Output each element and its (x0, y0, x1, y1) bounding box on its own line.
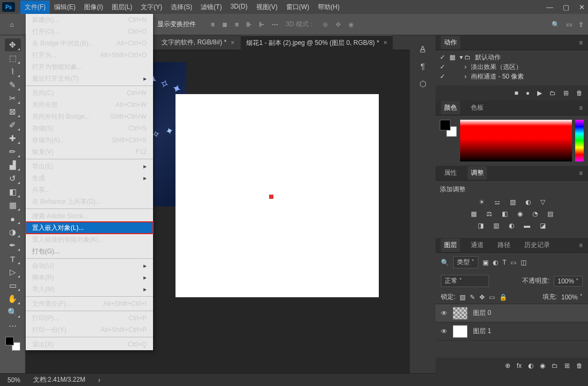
orbit-icon[interactable]: ⊕ (323, 21, 328, 28)
stop-icon[interactable]: ■ (515, 89, 518, 97)
distribute-icon[interactable]: ⊪ (246, 21, 251, 28)
menu-item[interactable]: 打开(O)...Ctrl+O (26, 26, 153, 37)
action-item[interactable]: ✓›淡出效果（选区） (440, 62, 584, 72)
move-tool[interactable]: ✥ (5, 38, 21, 51)
gradient-tool[interactable]: ▦ (5, 199, 21, 212)
filter-kind[interactable]: 类型 ˅ (453, 256, 478, 268)
record-icon[interactable]: ● (526, 89, 530, 97)
close-icon[interactable]: × (384, 39, 387, 47)
light-icon[interactable]: ◉ (348, 21, 354, 28)
crop-tool[interactable]: ✂ (5, 92, 21, 105)
threshold-icon[interactable]: ◐ (509, 222, 514, 229)
tab-history[interactable]: 历史记录 (521, 238, 553, 252)
filter-smart-icon[interactable]: ◫ (521, 259, 526, 266)
menu-item[interactable]: 最近打开文件(T)▸ (26, 73, 153, 84)
menu-视图(V)[interactable]: 视图(V) (252, 1, 282, 14)
more-icon[interactable]: ⋯ (272, 21, 278, 28)
menu-item[interactable]: 打印(P)...Ctrl+P (26, 312, 153, 324)
blur-tool[interactable]: ● (5, 212, 21, 225)
chevron-right-icon[interactable]: › (98, 376, 100, 384)
zoom-level[interactable]: 50% (7, 376, 20, 384)
filter-type-icon[interactable]: T (502, 259, 506, 266)
menu-item[interactable]: 导出(E)▸ (26, 160, 153, 172)
lock-pos-icon[interactable]: ✥ (479, 294, 485, 301)
menu-item[interactable]: 共享... (26, 184, 153, 196)
levels-icon[interactable]: ⚍ (494, 198, 500, 206)
fg-bg-swatch[interactable] (440, 120, 457, 137)
action-item[interactable]: ✓›画框通道 - 50 像素 (440, 72, 584, 81)
layer-row[interactable]: 👁 图层 1 (436, 322, 588, 341)
filter-pixel-icon[interactable]: ▣ (483, 259, 488, 266)
link-icon[interactable]: ⊕ (505, 362, 510, 369)
menu-item[interactable]: 自动(U)▸ (26, 260, 153, 272)
canvas[interactable] (136, 62, 382, 319)
tab-properties[interactable]: 属性 (441, 166, 460, 180)
fill-value[interactable]: 100% ˅ (561, 294, 583, 301)
dodge-tool[interactable]: ◑ (5, 226, 21, 238)
menu-item[interactable]: 打开为...Alt+Shift+Ctrl+O (26, 49, 153, 61)
menu-文字(Y)[interactable]: 文字(Y) (136, 1, 166, 14)
menu-帮助(H)[interactable]: 帮助(H) (314, 1, 344, 14)
menu-item[interactable]: 文件简介(F)...Alt+Shift+Ctrl+I (26, 298, 153, 310)
edit-toolbar[interactable]: ⋯ (5, 319, 21, 332)
exposure-icon[interactable]: ◐ (525, 198, 531, 206)
invert-icon[interactable]: ◨ (478, 222, 484, 229)
zoom-tool[interactable]: 🔍 (5, 306, 21, 319)
opacity-value[interactable]: 100% ˅ (554, 276, 583, 287)
pan-icon[interactable]: ✥ (335, 21, 341, 28)
menu-选择(S)[interactable]: 选择(S) (166, 1, 196, 14)
path-select-tool[interactable]: ▷ (5, 266, 21, 279)
share-icon[interactable]: ⇪ (578, 21, 584, 28)
new-layer-icon[interactable]: ⊞ (564, 362, 570, 369)
menu-图层(L)[interactable]: 图层(L) (108, 1, 137, 14)
new-action-icon[interactable]: ⊞ (563, 89, 569, 97)
selective-icon[interactable]: ◪ (540, 222, 546, 229)
lookup-icon[interactable]: ▤ (547, 210, 553, 218)
close-button[interactable]: ✕ (579, 3, 585, 11)
menu-3D(D)[interactable]: 3D(D) (226, 1, 252, 14)
stamp-tool[interactable]: ▟ (5, 159, 21, 172)
align-icon[interactable]: ≣ (222, 21, 227, 28)
paragraph-icon[interactable]: ¶ (421, 61, 425, 71)
marquee-tool[interactable]: ⬚ (5, 52, 21, 65)
menu-图像(I)[interactable]: 图像(I) (80, 1, 107, 14)
mixer-icon[interactable]: ◔ (532, 210, 538, 218)
trash-icon[interactable]: 🗑 (576, 362, 583, 369)
menu-item[interactable]: 脚本(R)▸ (26, 272, 153, 283)
balance-icon[interactable]: ⚖ (486, 210, 492, 218)
menu-item[interactable]: 打开为智能对象... (26, 61, 153, 73)
tab-layers[interactable]: 图层 (441, 238, 460, 252)
lock-paint-icon[interactable]: ✎ (470, 294, 475, 301)
curves-icon[interactable]: ▨ (510, 198, 516, 206)
home-icon[interactable]: ⌂ (4, 17, 19, 32)
menu-item[interactable]: 关闭并转到 Bridge...Shift+Ctrl+W (26, 111, 153, 122)
pen-tool[interactable]: ✒ (5, 239, 21, 252)
character-icon[interactable]: A (420, 44, 425, 53)
lock-trans-icon[interactable]: ▧ (460, 294, 465, 301)
menu-文件(F)[interactable]: 文件(F) (20, 1, 50, 14)
blend-mode[interactable]: 正常 ˅ (441, 275, 489, 287)
menu-编辑(E)[interactable]: 编辑(E) (50, 1, 80, 14)
color-swatches[interactable] (4, 336, 21, 352)
bw-icon[interactable]: ◧ (502, 210, 508, 218)
panel-menu-icon[interactable]: ≡ (579, 242, 583, 249)
tab-paths[interactable]: 路径 (494, 238, 514, 252)
hue-icon[interactable]: ▦ (471, 210, 477, 218)
shape-tool[interactable]: ▭ (5, 279, 21, 292)
visibility-icon[interactable]: 👁 (441, 328, 447, 335)
eraser-tool[interactable]: ◧ (5, 186, 21, 198)
fx-icon[interactable]: fx (517, 362, 522, 369)
hue-slider[interactable] (575, 120, 584, 161)
healing-tool[interactable]: ✚ (5, 132, 21, 145)
panel-menu-icon[interactable]: ≡ (579, 169, 583, 177)
document-tab[interactable]: 文字的软件, RGB/8#) *× (156, 35, 240, 50)
tab-adjustments[interactable]: 调整 (468, 166, 487, 180)
menu-滤镜(T)[interactable]: 滤镜(T) (196, 1, 226, 14)
type-tool[interactable]: T (5, 252, 21, 265)
menu-item[interactable]: 恢复(V)F12 (26, 146, 153, 158)
menu-item[interactable]: 搜索 Adobe Stock... (26, 210, 153, 222)
menu-item[interactable]: 打印一份(Y)Alt+Shift+Ctrl+P (26, 324, 153, 336)
menu-item[interactable]: 关闭全部Alt+Ctrl+W (26, 99, 153, 111)
brightness-icon[interactable]: ☀ (479, 198, 485, 206)
panel-menu-icon[interactable]: ≡ (579, 39, 583, 47)
